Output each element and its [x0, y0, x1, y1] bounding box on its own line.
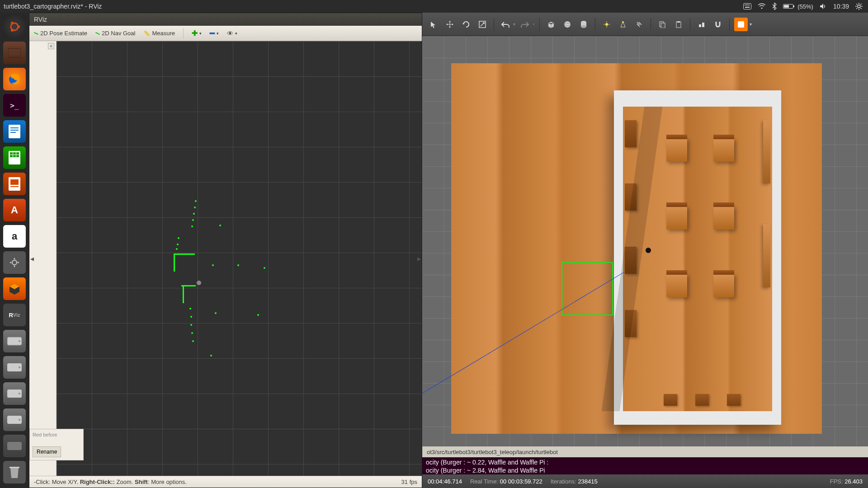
chair-model [713, 274, 734, 297]
translate-tool[interactable] [443, 18, 457, 31]
launcher-terminal[interactable]: >_ [3, 94, 26, 117]
svg-point-61 [605, 23, 608, 26]
laser-point [176, 248, 178, 250]
select-tool[interactable] [427, 18, 440, 31]
launcher-rviz[interactable]: RViz [3, 304, 26, 326]
toolbar-separator [494, 18, 494, 31]
shelf-model [625, 120, 637, 147]
launcher-drive-3[interactable] [3, 382, 26, 405]
launcher-drive-2[interactable] [3, 356, 26, 379]
box-shape-tool[interactable] [544, 18, 558, 31]
keyboard-icon[interactable] [743, 3, 751, 9]
svg-rect-75 [702, 23, 704, 27]
svg-point-44 [19, 340, 20, 342]
launcher-gazebo[interactable] [3, 277, 26, 300]
top-menu-bar: turtlebot3_cartographer.rviz* - RViz (55… [0, 0, 868, 13]
sphere-shape-tool[interactable] [561, 18, 574, 31]
laser-point [178, 237, 179, 239]
launcher-software-store[interactable]: A [3, 199, 26, 221]
screenshot-dropdown-icon[interactable]: ▾ [750, 22, 752, 27]
launcher-dash[interactable] [3, 15, 26, 38]
cylinder-shape-tool[interactable] [577, 18, 590, 31]
redo-dropdown-icon[interactable]: ▾ [533, 22, 535, 27]
tool-measure[interactable]: 📏Measure [143, 30, 175, 37]
undo-tool[interactable] [499, 18, 512, 31]
laser-point [189, 308, 191, 310]
svg-point-48 [19, 393, 20, 394]
rviz-title-label: RViz [34, 16, 47, 23]
laser-scan [174, 253, 175, 272]
rviz-window: RViz 2D Pose Estimate 2D Nav Goal 📏Measu… [29, 13, 422, 488]
launcher-amazon[interactable]: a [3, 225, 26, 248]
laser-point [192, 340, 194, 342]
wifi-icon[interactable] [758, 3, 766, 9]
svg-rect-27 [9, 125, 20, 138]
rename-button[interactable]: Rename [33, 446, 61, 457]
resize-handle-right[interactable]: ▸ [416, 249, 422, 267]
selection-box [561, 262, 613, 315]
building-model [614, 90, 781, 425]
svg-rect-34 [16, 152, 19, 155]
battery-indicator[interactable]: (55%) [783, 3, 813, 10]
svg-rect-9 [784, 5, 789, 8]
volume-icon[interactable] [820, 3, 827, 9]
rviz-lower-panel: filed before Rename [29, 429, 84, 460]
svg-rect-4 [749, 5, 750, 5]
laser-point [194, 206, 196, 208]
svg-point-66 [622, 21, 624, 23]
gazebo-toolbar: ▾ ▾ ▾ [422, 13, 868, 36]
svg-rect-5 [745, 7, 750, 8]
svg-rect-35 [10, 155, 13, 157]
redo-tool[interactable] [518, 18, 532, 31]
tool-view[interactable]: 👁▾ [227, 30, 237, 37]
robot-origin [197, 281, 201, 285]
directional-light-tool[interactable] [632, 18, 646, 31]
rotate-tool[interactable] [459, 18, 473, 31]
undo-dropdown-icon[interactable]: ▾ [513, 22, 515, 27]
laser-point [191, 225, 193, 227]
svg-point-10 [858, 5, 860, 8]
svg-rect-51 [7, 442, 22, 450]
launcher-drive-1[interactable] [3, 330, 26, 352]
fps-counter: 31 fps [401, 479, 417, 485]
tool-remove[interactable]: ━▾ [210, 28, 219, 38]
close-icon[interactable]: × [48, 43, 54, 49]
rviz-3d-view[interactable] [57, 41, 422, 476]
building-floor [623, 107, 772, 411]
tool-2d-nav-goal[interactable]: 2D Nav Goal [95, 30, 135, 37]
snap-tool[interactable] [695, 18, 708, 31]
gear-icon[interactable] [855, 3, 863, 10]
laser-scan [181, 285, 196, 286]
svg-rect-3 [747, 5, 748, 5]
grid-display [57, 41, 422, 476]
launcher-impress[interactable] [3, 173, 26, 195]
scale-tool[interactable] [476, 18, 489, 31]
terminal-line: ocity (Burger : ~ 0.22, Waffle and Waffl… [426, 458, 864, 466]
spot-light-tool[interactable] [616, 18, 630, 31]
point-light-tool[interactable] [600, 18, 613, 31]
launcher-firefox[interactable] [3, 68, 26, 90]
svg-line-17 [856, 8, 857, 9]
launcher-drive-5[interactable] [3, 435, 26, 457]
magnet-tool[interactable] [711, 18, 725, 31]
launcher-drive-4[interactable] [3, 408, 26, 431]
screenshot-tool[interactable] [734, 18, 748, 31]
bluetooth-icon[interactable] [772, 3, 777, 10]
tool-add[interactable]: ✚▾ [192, 29, 202, 38]
launcher-files[interactable] [3, 42, 26, 64]
launcher-writer[interactable] [3, 120, 26, 143]
launcher-settings[interactable] [3, 251, 26, 274]
launcher-calc[interactable] [3, 146, 26, 169]
resize-handle-left[interactable]: ◂ [29, 249, 35, 267]
gazebo-3d-view[interactable] [422, 36, 868, 488]
clock[interactable]: 10:39 [833, 3, 849, 10]
toolbar-separator [651, 18, 651, 31]
terminal-tab[interactable]: ot3/src/turtlebot3/turtlebot3_teleop/lau… [422, 446, 868, 457]
launcher-trash[interactable] [3, 461, 26, 483]
copy-tool[interactable] [656, 18, 669, 31]
paste-tool[interactable] [672, 18, 685, 31]
tool-2d-pose-estimate[interactable]: 2D Pose Estimate [34, 30, 87, 37]
rviz-titlebar[interactable]: RViz [29, 13, 422, 26]
laser-point [264, 267, 265, 269]
turtlebot-model [646, 248, 651, 253]
